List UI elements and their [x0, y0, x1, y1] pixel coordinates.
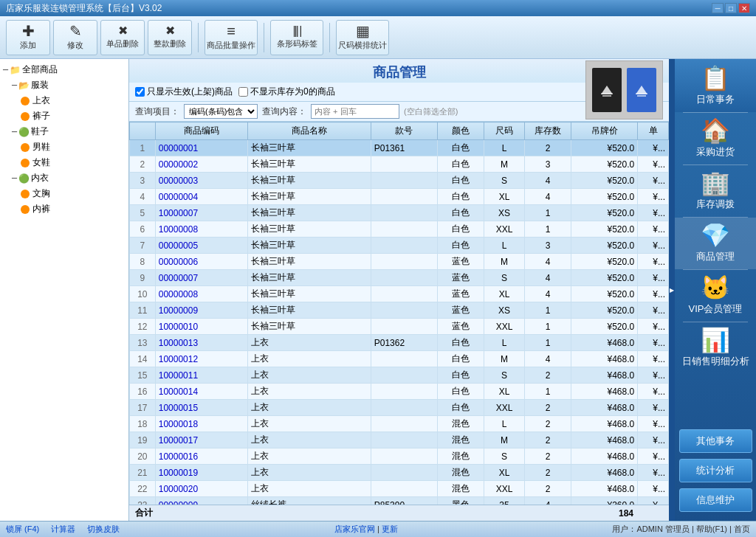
cell-style — [371, 173, 437, 189]
theme-btn[interactable]: 切换皮肤 — [87, 524, 120, 535]
table-row[interactable]: 17 10000015 上衣 白色 XXL 2 ¥468.0 ¥... — [130, 400, 669, 416]
table-row[interactable]: 21 10000019 上衣 混色 XL 2 ¥468.0 ¥... — [130, 465, 669, 481]
inventory-btn[interactable]: 🏢 库存调拨 — [675, 165, 756, 217]
cell-code[interactable]: 00000004 — [155, 189, 247, 205]
table-row[interactable]: 8 00000006 长袖三叶草 蓝色 M 4 ¥520.0 ¥... — [130, 254, 669, 270]
add-button[interactable]: ✚ 添加 — [6, 20, 50, 55]
update-link[interactable]: 更新 — [382, 524, 398, 533]
tree-item-root[interactable]: ─ 📁 全部商品 — [0, 62, 128, 77]
table-row[interactable]: 1 00000001 长袖三叶草 P01361 白色 L 2 ¥520.0 ¥.… — [130, 140, 669, 156]
cell-code[interactable]: 10000015 — [155, 400, 247, 416]
search-input[interactable] — [311, 104, 399, 119]
dot-pants — [21, 112, 30, 121]
cell-size: M — [484, 432, 525, 448]
cell-code[interactable]: 00000001 — [155, 140, 247, 156]
calculator-btn[interactable]: 计算器 — [51, 524, 75, 535]
edit-button[interactable]: ✎ 修改 — [53, 20, 97, 55]
cell-code[interactable]: 00000006 — [155, 254, 247, 270]
table-row[interactable]: 9 00000007 长袖三叶草 蓝色 S 4 ¥520.0 ¥... — [130, 270, 669, 286]
tree-item-underwear[interactable]: ─ 🟢 内衣 — [0, 170, 128, 186]
sidebar-collapse-arrow[interactable]: ◀ — [128, 271, 129, 308]
cell-code[interactable]: 10000013 — [155, 335, 247, 351]
tree-item-briefs[interactable]: 内裤 — [0, 201, 128, 217]
cell-num: 15 — [130, 367, 156, 384]
tree-item-pants[interactable]: 裤子 — [0, 108, 128, 124]
cell-code[interactable]: 10000019 — [155, 465, 247, 481]
table-row[interactable]: 14 10000012 上衣 白色 M 4 ¥468.0 ¥... — [130, 351, 669, 367]
table-row[interactable]: 5 10000007 长袖三叶草 白色 XS 1 ¥520.0 ¥... — [130, 205, 669, 221]
cell-size: XXL — [484, 481, 525, 497]
toolbar-sep-3 — [329, 23, 330, 52]
cell-code[interactable]: 00000002 — [155, 156, 247, 173]
table-row[interactable]: 15 10000011 上衣 白色 S 2 ¥468.0 ¥... — [130, 367, 669, 384]
vip-btn[interactable]: 🐱 VIP会员管理 — [675, 270, 756, 322]
product-table-container[interactable]: 商品编码 商品名称 款号 颜色 尺码 库存数 吊牌价 单 1 00000001 … — [129, 122, 669, 505]
info-maintain-btn[interactable]: 信息维护 — [679, 488, 752, 512]
close-button[interactable]: ✕ — [738, 3, 750, 13]
hide-zero-filter[interactable]: 不显示库存为0的商品 — [238, 86, 335, 98]
cell-code[interactable]: 10000009 — [155, 302, 247, 319]
cell-code[interactable]: 10000018 — [155, 416, 247, 432]
purchase-btn[interactable]: 🏠 采购进货 — [675, 113, 756, 164]
show-active-checkbox[interactable] — [135, 87, 145, 97]
tree-item-shoes[interactable]: ─ 🟢 鞋子 — [0, 124, 128, 139]
cell-code[interactable]: 00000009 — [155, 497, 247, 505]
cell-code[interactable]: 00000007 — [155, 270, 247, 286]
table-row[interactable]: 16 10000014 上衣 白色 XL 1 ¥468.0 ¥... — [130, 384, 669, 400]
cell-code[interactable]: 10000008 — [155, 221, 247, 238]
table-row[interactable]: 18 10000018 上衣 混色 L 2 ¥468.0 ¥... — [130, 416, 669, 432]
table-row[interactable]: 6 10000008 长袖三叶草 白色 XXL 1 ¥520.0 ¥... — [130, 221, 669, 238]
tree-item-women-shoes[interactable]: 女鞋 — [0, 155, 128, 170]
table-row[interactable]: 19 10000017 上衣 混色 M 2 ¥468.0 ¥... — [130, 432, 669, 448]
table-row[interactable]: 4 00000004 长袖三叶草 白色 XL 4 ¥520.0 ¥... — [130, 189, 669, 205]
table-row[interactable]: 20 10000016 上衣 混色 S 2 ¥468.0 ¥... — [130, 448, 669, 465]
minimize-button[interactable]: ─ — [712, 3, 724, 13]
cell-code[interactable]: 00000005 — [155, 238, 247, 254]
empty-hint: (空白筛选全部) — [404, 106, 458, 117]
tree-item-bra[interactable]: 文胸 — [0, 186, 128, 201]
cell-num: 19 — [130, 432, 156, 448]
goods-mgmt-btn[interactable]: 💎 商品管理 — [675, 218, 756, 269]
other-affairs-btn[interactable]: 其他事务 — [679, 429, 752, 453]
batch-ops-label: 商品批量操作 — [207, 40, 255, 51]
cell-code[interactable]: 10000020 — [155, 481, 247, 497]
table-row[interactable]: 23 00000009 丝绒长裤 P85390 黑色 35 4 ¥360.0 ¥… — [130, 497, 669, 505]
maximize-button[interactable]: □ — [725, 3, 737, 13]
table-row[interactable]: 2 00000002 长袖三叶草 白色 M 3 ¥520.0 ¥... — [130, 156, 669, 173]
cell-code[interactable]: 00000008 — [155, 286, 247, 302]
cell-code[interactable]: 10000010 — [155, 319, 247, 335]
table-row[interactable]: 22 10000020 上衣 混色 XXL 2 ¥468.0 ¥... — [130, 481, 669, 497]
batch-ops-button[interactable]: ≡ 商品批量操作 — [205, 20, 258, 55]
table-row[interactable]: 13 10000013 上衣 P01362 白色 L 1 ¥468.0 ¥... — [130, 335, 669, 351]
official-site-link[interactable]: 店家乐官网 — [334, 524, 375, 533]
barcode-button[interactable]: ||| | 条形码标签 — [270, 20, 323, 55]
tree-item-tops[interactable]: 上衣 — [0, 93, 128, 108]
cell-stock: 4 — [525, 270, 571, 286]
tree-item-clothing[interactable]: ─ 📂 服装 — [0, 77, 128, 93]
table-row[interactable]: 10 00000008 长袖三叶草 蓝色 XL 4 ¥520.0 ¥... — [130, 286, 669, 302]
table-row[interactable]: 3 00000003 长袖三叶草 白色 S 4 ¥520.0 ¥... — [130, 173, 669, 189]
hide-zero-checkbox[interactable] — [238, 87, 248, 97]
daily-sales-btn[interactable]: 📊 日销售明细分析 — [675, 322, 756, 374]
lock-screen-btn[interactable]: 锁屏 (F4) — [6, 524, 39, 535]
table-row[interactable]: 11 10000009 长袖三叶草 蓝色 XS 1 ¥520.0 ¥... — [130, 302, 669, 319]
cell-code[interactable]: 10000012 — [155, 351, 247, 367]
size-stats-button[interactable]: ▦ 尺码横排统计 — [336, 20, 389, 55]
cell-code[interactable]: 00000003 — [155, 173, 247, 189]
delete-single-button[interactable]: ✖ 单品删除 — [100, 20, 145, 55]
table-row[interactable]: 12 10000010 长袖三叶草 蓝色 XXL 1 ¥520.0 ¥... — [130, 319, 669, 335]
cell-code[interactable]: 10000011 — [155, 367, 247, 384]
cell-code[interactable]: 10000007 — [155, 205, 247, 221]
daily-affairs-btn[interactable]: 📋 日常事务 — [675, 59, 756, 112]
cell-code[interactable]: 10000014 — [155, 384, 247, 400]
show-active-filter[interactable]: 只显示生效(上架)商品 — [135, 86, 233, 98]
delete-all-button[interactable]: ✖ 整款删除 — [148, 20, 192, 55]
table-row[interactable]: 7 00000005 长袖三叶草 白色 L 3 ¥520.0 ¥... — [130, 238, 669, 254]
cell-code[interactable]: 10000016 — [155, 448, 247, 465]
cell-code[interactable]: 10000017 — [155, 432, 247, 448]
right-expand-arrow[interactable]: ▶ — [669, 59, 675, 521]
stats-analysis-btn[interactable]: 统计分析 — [679, 459, 752, 482]
query-type-select[interactable]: 编码(条码)包含 商品名称包含 款号包含 — [184, 104, 258, 119]
tree-item-men-shoes[interactable]: 男鞋 — [0, 139, 128, 155]
cell-num: 2 — [130, 156, 156, 173]
